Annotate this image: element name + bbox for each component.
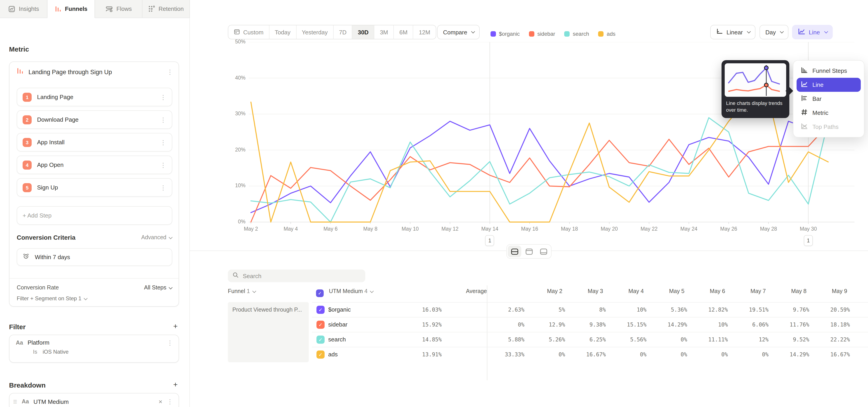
step-number-badge: 5 bbox=[23, 183, 32, 192]
breakdown-select-all-checkbox[interactable]: ✓ bbox=[316, 289, 324, 297]
column-header: May 9 bbox=[832, 288, 847, 294]
tab-insights[interactable]: Insights bbox=[0, 0, 48, 18]
x-tick-label: May 24 bbox=[680, 226, 698, 231]
row-checkbox[interactable]: ✓ bbox=[316, 336, 324, 344]
filter-card[interactable]: Aa Platform ⋮ Is iOS Native bbox=[9, 335, 179, 363]
row-checkbox[interactable]: ✓ bbox=[316, 306, 324, 314]
add-breakdown-button[interactable]: + bbox=[173, 380, 178, 389]
cell-value: 10% bbox=[718, 321, 728, 328]
layout-split-button[interactable] bbox=[508, 246, 521, 257]
funnel-step-1[interactable]: 1Landing Page⋮ bbox=[17, 88, 172, 106]
legend-item-ads[interactable]: ads bbox=[598, 31, 616, 37]
legend-item-organic[interactable]: $organic bbox=[490, 31, 520, 37]
menu-item-label: Funnel Steps bbox=[812, 67, 847, 74]
funnel-step-3[interactable]: 3App Install⋮ bbox=[17, 133, 172, 152]
cell-value: 5.36% bbox=[671, 307, 687, 313]
filter-value[interactable]: iOS Native bbox=[43, 349, 69, 355]
step-kebab-menu[interactable]: ⋮ bbox=[160, 94, 166, 100]
funnel-column-dropdown[interactable]: Funnel 1 bbox=[228, 288, 255, 294]
annotation-badge[interactable]: 1 bbox=[804, 235, 813, 246]
menu-item-label: Metric bbox=[812, 109, 829, 116]
cell-value: 14.29% bbox=[789, 351, 809, 358]
conversion-mode-dropdown[interactable]: Advanced bbox=[141, 234, 171, 241]
menu-item-line[interactable]: Line bbox=[797, 78, 861, 92]
metric-title: Landing Page through Sign Up bbox=[29, 68, 162, 75]
legend-swatch bbox=[598, 31, 603, 37]
menu-item-funnel-steps[interactable]: Funnel Steps bbox=[797, 64, 861, 78]
step-kebab-menu[interactable]: ⋮ bbox=[160, 184, 166, 191]
layout-chart-only-button[interactable] bbox=[522, 246, 536, 257]
breakdown-column-dropdown[interactable]: ✓ UTM Medium 4 bbox=[316, 288, 373, 297]
tab-retention[interactable]: Retention bbox=[143, 0, 190, 18]
step-label: Download Page bbox=[37, 116, 155, 123]
bar-chart-icon bbox=[801, 95, 808, 103]
y-tick-label: 30% bbox=[235, 111, 246, 116]
search-icon bbox=[232, 272, 239, 280]
step-kebab-menu[interactable]: ⋮ bbox=[160, 162, 166, 168]
metric-kebab-menu[interactable]: ⋮ bbox=[167, 69, 173, 75]
step-kebab-menu[interactable]: ⋮ bbox=[160, 139, 166, 146]
remove-breakdown-icon[interactable]: × bbox=[159, 398, 162, 405]
x-tick-label: May 16 bbox=[521, 226, 538, 231]
cell-value: 18.18% bbox=[830, 321, 850, 328]
cell-value: 15.15% bbox=[627, 321, 647, 328]
add-step-button[interactable]: + Add Step bbox=[17, 206, 172, 225]
step-kebab-menu[interactable]: ⋮ bbox=[160, 117, 166, 123]
legend-item-sidebar[interactable]: sidebar bbox=[529, 31, 555, 37]
tab-flows[interactable]: Flows bbox=[95, 0, 143, 18]
column-header: May 2 bbox=[547, 288, 562, 294]
conversion-window[interactable]: Within 7 days bbox=[17, 248, 172, 266]
conversion-criteria-heading: Conversion Criteria bbox=[17, 234, 75, 241]
funnel-step-2[interactable]: 2Download Page⋮ bbox=[17, 111, 172, 129]
step-number-badge: 1 bbox=[23, 92, 32, 101]
filter-segment-dropdown[interactable]: Filter + Segment on Step 1 bbox=[17, 295, 86, 302]
x-tick-label: May 18 bbox=[561, 226, 578, 231]
menu-item-label: Top Paths bbox=[812, 123, 839, 130]
x-tick-label: May 2 bbox=[244, 226, 258, 231]
conversion-rate-dropdown[interactable]: All Steps bbox=[144, 284, 171, 291]
table-row-sidebar: ✓sidebar15.92%0%12.9%9.38%15.15%14.29%10… bbox=[312, 317, 868, 332]
search-input[interactable] bbox=[243, 273, 361, 279]
table-row-search: ✓search14.85%5.88%5.26%6.25%5.56%0%11.11… bbox=[312, 332, 868, 347]
x-tick-label: May 20 bbox=[601, 226, 618, 231]
table-search bbox=[228, 270, 365, 282]
layout-toggle-group bbox=[506, 244, 552, 259]
legend-item-search[interactable]: search bbox=[564, 31, 589, 37]
menu-item-metric[interactable]: Metric bbox=[797, 106, 861, 120]
add-filter-button[interactable]: + bbox=[173, 322, 178, 331]
funnel-step-5[interactable]: 5Sign Up⋮ bbox=[17, 178, 172, 197]
funnel-metric-icon bbox=[17, 67, 24, 76]
row-checkbox[interactable]: ✓ bbox=[316, 350, 324, 358]
filter-operator[interactable]: Is bbox=[33, 349, 37, 355]
x-tick-label: May 26 bbox=[720, 226, 737, 231]
y-tick-label: 20% bbox=[235, 147, 246, 152]
cell-value: 5.88% bbox=[508, 337, 524, 343]
cell-value: 0% bbox=[559, 351, 565, 358]
cell-value: 0% bbox=[681, 337, 687, 343]
funnel-cell[interactable]: Product Viewed through P... bbox=[228, 302, 309, 362]
breakdown-card[interactable]: ☰ Aa UTM Medium × ⋮ bbox=[9, 393, 179, 407]
line-chart-icon bbox=[801, 81, 808, 89]
y-tick-label: 10% bbox=[235, 183, 246, 188]
breakdown-kebab-menu[interactable]: ⋮ bbox=[167, 398, 173, 405]
row-checkbox[interactable]: ✓ bbox=[316, 321, 324, 329]
tab-funnels[interactable]: Funnels bbox=[48, 0, 95, 18]
filter-kebab-menu[interactable]: ⋮ bbox=[167, 339, 173, 346]
insights-icon bbox=[8, 5, 15, 12]
cell-value: 0% bbox=[640, 351, 647, 358]
funnel-step-4[interactable]: 4App Open⋮ bbox=[17, 156, 172, 174]
annotation-badge[interactable]: 1 bbox=[485, 235, 494, 246]
cell-value: 20.59% bbox=[830, 307, 850, 313]
property-type-icon: Aa bbox=[16, 339, 23, 346]
tab-label: Flows bbox=[116, 5, 132, 12]
y-tick-label: 50% bbox=[235, 39, 246, 44]
cell-value: 8% bbox=[599, 307, 606, 313]
layout-table-only-button[interactable] bbox=[537, 246, 550, 257]
cell-value: 16.67% bbox=[586, 351, 606, 358]
breakdown-property: UTM Medium bbox=[33, 398, 154, 405]
legend-label: sidebar bbox=[537, 31, 555, 37]
table-row-organic: ✓$organic16.03%2.63%5%8%10%5.36%12.82%19… bbox=[312, 302, 868, 317]
menu-item-bar[interactable]: Bar bbox=[797, 92, 861, 106]
cell-value: 2.63% bbox=[508, 307, 524, 313]
drag-handle-icon[interactable]: ☰ bbox=[13, 399, 17, 404]
